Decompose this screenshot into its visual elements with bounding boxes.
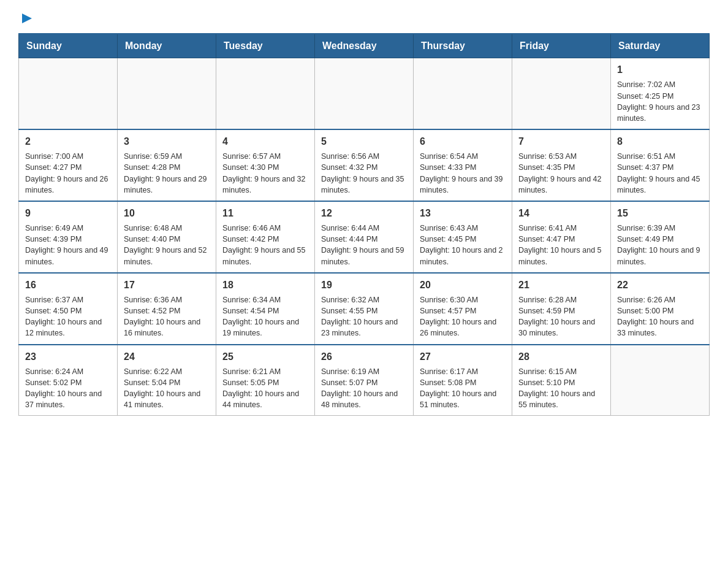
calendar-cell: 19Sunrise: 6:32 AM Sunset: 4:55 PM Dayli… bbox=[315, 273, 414, 345]
col-monday: Monday bbox=[118, 34, 216, 58]
week-row-3: 16Sunrise: 6:37 AM Sunset: 4:50 PM Dayli… bbox=[19, 273, 710, 345]
calendar-cell: 11Sunrise: 6:46 AM Sunset: 4:42 PM Dayli… bbox=[216, 201, 315, 273]
day-info: Sunrise: 6:15 AM Sunset: 5:10 PM Dayligh… bbox=[518, 366, 604, 411]
day-info: Sunrise: 6:44 AM Sunset: 4:44 PM Dayligh… bbox=[321, 223, 407, 267]
day-number: 17 bbox=[124, 278, 210, 292]
day-info: Sunrise: 6:36 AM Sunset: 4:52 PM Dayligh… bbox=[124, 294, 210, 339]
calendar-cell: 1Sunrise: 7:02 AM Sunset: 4:25 PM Daylig… bbox=[611, 58, 710, 129]
day-info: Sunrise: 6:30 AM Sunset: 4:57 PM Dayligh… bbox=[420, 294, 506, 339]
calendar-cell: 26Sunrise: 6:19 AM Sunset: 5:07 PM Dayli… bbox=[315, 345, 414, 416]
day-info: Sunrise: 7:02 AM Sunset: 4:25 PM Dayligh… bbox=[617, 79, 703, 124]
calendar-cell: 20Sunrise: 6:30 AM Sunset: 4:57 PM Dayli… bbox=[414, 273, 512, 345]
calendar-cell: 14Sunrise: 6:41 AM Sunset: 4:47 PM Dayli… bbox=[512, 201, 611, 273]
page-header bbox=[18, 12, 710, 27]
calendar-cell: 13Sunrise: 6:43 AM Sunset: 4:45 PM Dayli… bbox=[414, 201, 512, 273]
day-number: 8 bbox=[617, 135, 703, 148]
calendar-cell: 28Sunrise: 6:15 AM Sunset: 5:10 PM Dayli… bbox=[512, 345, 611, 416]
day-number: 11 bbox=[222, 207, 308, 220]
day-info: Sunrise: 6:26 AM Sunset: 5:00 PM Dayligh… bbox=[617, 294, 703, 339]
calendar-cell: 27Sunrise: 6:17 AM Sunset: 5:08 PM Dayli… bbox=[414, 345, 512, 416]
day-number: 25 bbox=[222, 350, 308, 364]
day-info: Sunrise: 6:32 AM Sunset: 4:55 PM Dayligh… bbox=[321, 294, 407, 339]
day-number: 9 bbox=[25, 207, 111, 220]
day-number: 16 bbox=[25, 278, 111, 292]
day-number: 1 bbox=[617, 63, 703, 77]
day-number: 21 bbox=[518, 278, 604, 292]
calendar-cell: 15Sunrise: 6:39 AM Sunset: 4:49 PM Dayli… bbox=[611, 201, 710, 273]
calendar-cell: 10Sunrise: 6:48 AM Sunset: 4:40 PM Dayli… bbox=[118, 201, 216, 273]
day-info: Sunrise: 6:22 AM Sunset: 5:04 PM Dayligh… bbox=[124, 366, 210, 411]
col-tuesday: Tuesday bbox=[216, 34, 315, 58]
day-info: Sunrise: 6:59 AM Sunset: 4:28 PM Dayligh… bbox=[124, 151, 210, 196]
calendar-cell bbox=[118, 58, 216, 129]
day-info: Sunrise: 6:49 AM Sunset: 4:39 PM Dayligh… bbox=[25, 223, 111, 267]
day-info: Sunrise: 6:19 AM Sunset: 5:07 PM Dayligh… bbox=[321, 366, 407, 411]
day-info: Sunrise: 6:24 AM Sunset: 5:02 PM Dayligh… bbox=[25, 366, 111, 411]
calendar-cell: 24Sunrise: 6:22 AM Sunset: 5:04 PM Dayli… bbox=[118, 345, 216, 416]
day-info: Sunrise: 6:41 AM Sunset: 4:47 PM Dayligh… bbox=[518, 223, 604, 267]
day-number: 22 bbox=[617, 278, 703, 292]
day-info: Sunrise: 6:34 AM Sunset: 4:54 PM Dayligh… bbox=[222, 294, 308, 339]
calendar-cell: 23Sunrise: 6:24 AM Sunset: 5:02 PM Dayli… bbox=[19, 345, 118, 416]
day-number: 24 bbox=[124, 350, 210, 364]
calendar-cell: 3Sunrise: 6:59 AM Sunset: 4:28 PM Daylig… bbox=[118, 129, 216, 201]
day-number: 12 bbox=[321, 207, 407, 220]
calendar-cell: 17Sunrise: 6:36 AM Sunset: 4:52 PM Dayli… bbox=[118, 273, 216, 345]
svg-marker-0 bbox=[22, 13, 32, 23]
day-info: Sunrise: 6:21 AM Sunset: 5:05 PM Dayligh… bbox=[222, 366, 308, 411]
col-thursday: Thursday bbox=[414, 34, 512, 58]
day-number: 13 bbox=[420, 207, 506, 220]
day-number: 15 bbox=[617, 207, 703, 220]
calendar-cell bbox=[611, 345, 710, 416]
calendar-cell: 22Sunrise: 6:26 AM Sunset: 5:00 PM Dayli… bbox=[611, 273, 710, 345]
calendar-cell: 2Sunrise: 7:00 AM Sunset: 4:27 PM Daylig… bbox=[19, 129, 118, 201]
day-number: 26 bbox=[321, 350, 407, 364]
col-friday: Friday bbox=[512, 34, 611, 58]
day-number: 2 bbox=[25, 135, 111, 148]
col-wednesday: Wednesday bbox=[315, 34, 414, 58]
day-number: 14 bbox=[518, 207, 604, 220]
day-info: Sunrise: 6:48 AM Sunset: 4:40 PM Dayligh… bbox=[124, 223, 210, 267]
day-info: Sunrise: 6:54 AM Sunset: 4:33 PM Dayligh… bbox=[420, 151, 506, 196]
calendar-cell: 9Sunrise: 6:49 AM Sunset: 4:39 PM Daylig… bbox=[19, 201, 118, 273]
day-info: Sunrise: 6:43 AM Sunset: 4:45 PM Dayligh… bbox=[420, 223, 506, 267]
calendar-cell bbox=[315, 58, 414, 129]
day-number: 10 bbox=[124, 207, 210, 220]
calendar-cell: 5Sunrise: 6:56 AM Sunset: 4:32 PM Daylig… bbox=[315, 129, 414, 201]
day-info: Sunrise: 6:46 AM Sunset: 4:42 PM Dayligh… bbox=[222, 223, 308, 267]
week-row-0: 1Sunrise: 7:02 AM Sunset: 4:25 PM Daylig… bbox=[19, 58, 710, 129]
logo-arrow-icon bbox=[21, 12, 33, 25]
calendar-cell: 16Sunrise: 6:37 AM Sunset: 4:50 PM Dayli… bbox=[19, 273, 118, 345]
week-row-4: 23Sunrise: 6:24 AM Sunset: 5:02 PM Dayli… bbox=[19, 345, 710, 416]
day-info: Sunrise: 6:56 AM Sunset: 4:32 PM Dayligh… bbox=[321, 151, 407, 196]
day-number: 20 bbox=[420, 278, 506, 292]
calendar-cell bbox=[512, 58, 611, 129]
col-sunday: Sunday bbox=[19, 34, 118, 58]
calendar-cell: 6Sunrise: 6:54 AM Sunset: 4:33 PM Daylig… bbox=[414, 129, 512, 201]
day-info: Sunrise: 6:17 AM Sunset: 5:08 PM Dayligh… bbox=[420, 366, 506, 411]
day-number: 6 bbox=[420, 135, 506, 148]
calendar-header-row: Sunday Monday Tuesday Wednesday Thursday… bbox=[19, 34, 710, 58]
day-info: Sunrise: 6:28 AM Sunset: 4:59 PM Dayligh… bbox=[518, 294, 604, 339]
calendar-cell: 12Sunrise: 6:44 AM Sunset: 4:44 PM Dayli… bbox=[315, 201, 414, 273]
day-number: 18 bbox=[222, 278, 308, 292]
day-number: 3 bbox=[124, 135, 210, 148]
logo bbox=[18, 12, 33, 27]
day-number: 28 bbox=[518, 350, 604, 364]
day-number: 19 bbox=[321, 278, 407, 292]
calendar-cell: 21Sunrise: 6:28 AM Sunset: 4:59 PM Dayli… bbox=[512, 273, 611, 345]
day-info: Sunrise: 7:00 AM Sunset: 4:27 PM Dayligh… bbox=[25, 151, 111, 196]
calendar-table: Sunday Monday Tuesday Wednesday Thursday… bbox=[18, 33, 710, 416]
day-number: 4 bbox=[222, 135, 308, 148]
calendar-cell bbox=[216, 58, 315, 129]
day-info: Sunrise: 6:39 AM Sunset: 4:49 PM Dayligh… bbox=[617, 223, 703, 267]
calendar-cell: 4Sunrise: 6:57 AM Sunset: 4:30 PM Daylig… bbox=[216, 129, 315, 201]
day-info: Sunrise: 6:53 AM Sunset: 4:35 PM Dayligh… bbox=[518, 151, 604, 196]
calendar-cell bbox=[414, 58, 512, 129]
week-row-1: 2Sunrise: 7:00 AM Sunset: 4:27 PM Daylig… bbox=[19, 129, 710, 201]
day-number: 7 bbox=[518, 135, 604, 148]
day-number: 23 bbox=[25, 350, 111, 364]
calendar-cell: 8Sunrise: 6:51 AM Sunset: 4:37 PM Daylig… bbox=[611, 129, 710, 201]
day-info: Sunrise: 6:37 AM Sunset: 4:50 PM Dayligh… bbox=[25, 294, 111, 339]
col-saturday: Saturday bbox=[611, 34, 710, 58]
